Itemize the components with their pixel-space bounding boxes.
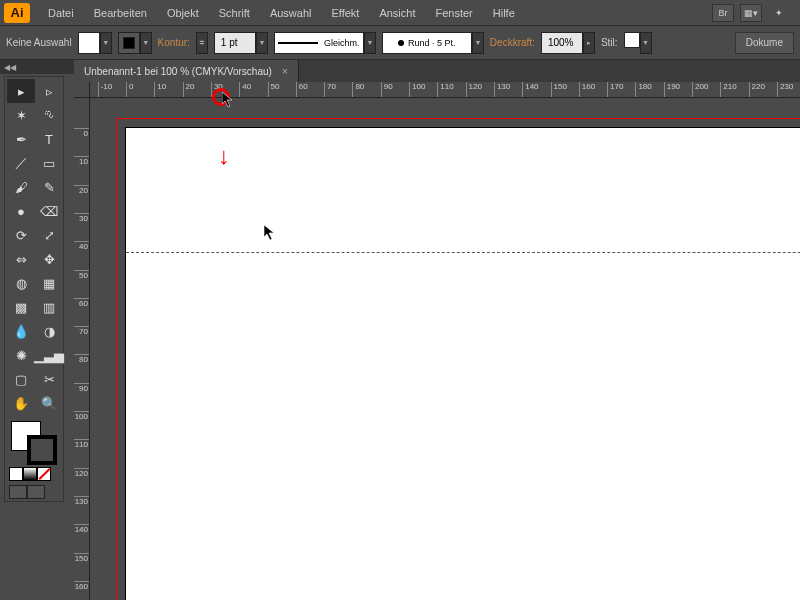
brush-preview[interactable]: Rund · 5 Pt. bbox=[382, 32, 472, 54]
menu-object[interactable]: Objekt bbox=[157, 7, 209, 19]
ruler-tick: 60 bbox=[74, 298, 90, 308]
type-tool[interactable]: T bbox=[35, 127, 63, 151]
stroke-weight-field[interactable]: 1 pt bbox=[214, 32, 256, 54]
menu-view[interactable]: Ansicht bbox=[369, 7, 425, 19]
ruler-origin-corner[interactable] bbox=[74, 82, 90, 98]
control-bar: Keine Auswahl ▼ ▼ Kontur: ≑ 1 pt ▼ Gleic… bbox=[0, 26, 800, 60]
zoom-tool[interactable]: 🔍 bbox=[35, 391, 63, 415]
graphic-style-dropdown[interactable]: ▼ bbox=[640, 32, 652, 54]
tool-panel-header[interactable]: ◀◀ bbox=[0, 60, 74, 74]
tab-close-icon[interactable]: × bbox=[282, 66, 288, 77]
ruler-tick: 20 bbox=[183, 82, 195, 98]
stroke-swatch[interactable] bbox=[118, 32, 140, 54]
document-setup-button[interactable]: Dokume bbox=[735, 32, 794, 54]
ruler-tick: 110 bbox=[437, 82, 453, 98]
paintbrush-tool[interactable]: 🖌 bbox=[7, 175, 35, 199]
fill-dropdown[interactable]: ▼ bbox=[100, 32, 112, 54]
ruler-tick: 40 bbox=[74, 241, 90, 251]
selection-tool[interactable]: ▸ bbox=[7, 79, 35, 103]
ruler-tick: 210 bbox=[720, 82, 736, 98]
sync-icon[interactable]: ✦ bbox=[768, 4, 790, 22]
brush-dot-icon bbox=[398, 40, 404, 46]
artboard bbox=[126, 128, 800, 600]
ruler-tick: 140 bbox=[522, 82, 538, 98]
horizontal-ruler[interactable]: -100102030405060708090100110120130140150… bbox=[90, 82, 800, 98]
free-transform-tool[interactable]: ✥ bbox=[35, 247, 63, 271]
ruler-tick: 130 bbox=[494, 82, 510, 98]
arrange-documents-button[interactable]: ▦▾ bbox=[740, 4, 762, 22]
stroke-profile-label: Gleichm. bbox=[324, 38, 360, 48]
shape-builder-tool[interactable]: ◍ bbox=[7, 271, 35, 295]
stroke-profile-dropdown[interactable]: ▼ bbox=[364, 32, 376, 54]
screen-mode-full[interactable] bbox=[27, 485, 45, 499]
fill-stroke-control[interactable] bbox=[7, 419, 63, 465]
ruler-tick: 100 bbox=[409, 82, 425, 98]
vertical-ruler[interactable]: 0102030405060708090100110120130140150160… bbox=[74, 98, 90, 600]
color-mode-none[interactable] bbox=[37, 467, 51, 481]
bridge-button[interactable]: Br bbox=[712, 4, 734, 22]
direct-selection-tool[interactable]: ▹ bbox=[35, 79, 63, 103]
menu-type[interactable]: Schrift bbox=[209, 7, 260, 19]
stroke-dropdown[interactable]: ▼ bbox=[140, 32, 152, 54]
ruler-tick: 200 bbox=[692, 82, 708, 98]
menu-edit[interactable]: Bearbeiten bbox=[84, 7, 157, 19]
fill-swatch[interactable] bbox=[78, 32, 100, 54]
stroke-weight-dropdown[interactable]: ▼ bbox=[256, 32, 268, 54]
ruler-tick: 50 bbox=[74, 270, 90, 280]
stroke-color-box[interactable] bbox=[27, 435, 57, 465]
eyedropper-tool[interactable]: 💧 bbox=[7, 319, 35, 343]
stroke-profile-preview[interactable]: Gleichm. bbox=[274, 32, 364, 54]
hand-tool[interactable]: ✋ bbox=[7, 391, 35, 415]
blend-tool[interactable]: ◑ bbox=[35, 319, 63, 343]
pen-tool[interactable]: ✒ bbox=[7, 127, 35, 151]
document-tab[interactable]: Unbenannt-1 bei 100 % (CMYK/Vorschau) × bbox=[74, 60, 299, 82]
brush-dropdown[interactable]: ▼ bbox=[472, 32, 484, 54]
opacity-field[interactable]: 100% bbox=[541, 32, 583, 54]
ruler-tick: 80 bbox=[74, 354, 90, 364]
stroke-section-label[interactable]: Kontur: bbox=[158, 37, 190, 48]
brush-label: Rund · 5 Pt. bbox=[408, 38, 456, 48]
artboard-tool[interactable]: ▢ bbox=[7, 367, 35, 391]
color-mode-gradient[interactable] bbox=[23, 467, 37, 481]
screen-mode-normal[interactable] bbox=[9, 485, 27, 499]
lasso-tool[interactable]: ಌ bbox=[35, 103, 63, 127]
collapse-chevron-icon: ◀◀ bbox=[4, 63, 16, 72]
slice-tool[interactable]: ✂ bbox=[35, 367, 63, 391]
canvas-viewport[interactable] bbox=[90, 98, 800, 600]
rectangle-tool[interactable]: ▭ bbox=[35, 151, 63, 175]
menu-help[interactable]: Hilfe bbox=[483, 7, 525, 19]
line-tool[interactable]: ／ bbox=[7, 151, 35, 175]
annotation-down-arrow-icon: ↓ bbox=[218, 142, 230, 170]
style-section-label: Stil: bbox=[601, 37, 618, 48]
eraser-tool[interactable]: ⌫ bbox=[35, 199, 63, 223]
mesh-tool[interactable]: ▩ bbox=[7, 295, 35, 319]
menu-file[interactable]: Datei bbox=[38, 7, 84, 19]
ruler-tick: 10 bbox=[74, 156, 90, 166]
menu-select[interactable]: Auswahl bbox=[260, 7, 322, 19]
opacity-dropdown[interactable]: ▸ bbox=[583, 32, 595, 54]
horizontal-guide[interactable] bbox=[126, 252, 800, 253]
column-graph-tool[interactable]: ▁▃▅ bbox=[35, 343, 63, 367]
symbol-sprayer-tool[interactable]: ✺ bbox=[7, 343, 35, 367]
rotate-tool[interactable]: ⟳ bbox=[7, 223, 35, 247]
graphic-style-swatch[interactable] bbox=[624, 32, 640, 48]
tool-panel: ▸▹✶ಌ✒T／▭🖌✎●⌫⟳⤢⇔✥◍▦▩▥💧◑✺▁▃▅▢✂✋🔍 bbox=[4, 76, 64, 502]
ruler-tick: 30 bbox=[74, 213, 90, 223]
menu-effect[interactable]: Effekt bbox=[321, 7, 369, 19]
ruler-tick: 190 bbox=[664, 82, 680, 98]
annotation-cursor-on-ruler-icon bbox=[222, 92, 234, 108]
opacity-section-label[interactable]: Deckkraft: bbox=[490, 37, 535, 48]
menu-window[interactable]: Fenster bbox=[425, 7, 482, 19]
document-tab-title: Unbenannt-1 bei 100 % (CMYK/Vorschau) bbox=[84, 66, 272, 77]
gradient-tool[interactable]: ▥ bbox=[35, 295, 63, 319]
color-mode-color[interactable] bbox=[9, 467, 23, 481]
perspective-grid-tool[interactable]: ▦ bbox=[35, 271, 63, 295]
ruler-tick: 70 bbox=[324, 82, 336, 98]
pencil-tool[interactable]: ✎ bbox=[35, 175, 63, 199]
ruler-tick: 230 bbox=[777, 82, 793, 98]
stroke-weight-stepper[interactable]: ≑ bbox=[196, 32, 208, 54]
magic-wand-tool[interactable]: ✶ bbox=[7, 103, 35, 127]
scale-tool[interactable]: ⤢ bbox=[35, 223, 63, 247]
width-tool[interactable]: ⇔ bbox=[7, 247, 35, 271]
blob-brush-tool[interactable]: ● bbox=[7, 199, 35, 223]
